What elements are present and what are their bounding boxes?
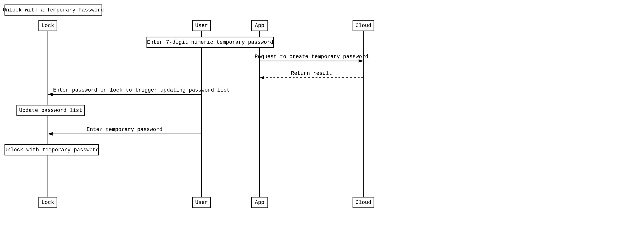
arrowhead-icon bbox=[48, 132, 52, 136]
participant-app-label: App bbox=[255, 23, 264, 29]
participant-lock-label: Lock bbox=[42, 23, 54, 29]
participant-cloud-label: Cloud bbox=[356, 23, 371, 29]
diagram-title: Unlock with a Temporary Password bbox=[3, 7, 104, 13]
participant-user-bottom-label: User bbox=[195, 200, 208, 206]
participant-user-label: User bbox=[195, 23, 208, 29]
msg-enter-temp-label: Enter temporary password bbox=[87, 127, 162, 133]
note-enter-7digit-label: Enter 7-digit numeric temporary password bbox=[147, 40, 273, 46]
arrowhead-icon bbox=[260, 76, 264, 79]
sequence-diagram: Unlock with a Temporary Password Lock Us… bbox=[0, 0, 644, 229]
note-update-list-label: Update password list bbox=[19, 108, 82, 114]
note-unlock-temp-label: Unlock with temporary password bbox=[4, 147, 99, 153]
arrowhead-icon bbox=[48, 93, 52, 96]
participant-app-bottom-label: App bbox=[255, 200, 264, 206]
msg-return-result-label: Return result bbox=[291, 70, 332, 76]
msg-trigger-update-label: Enter password on lock to trigger updati… bbox=[53, 87, 230, 93]
participant-lock-bottom-label: Lock bbox=[42, 200, 54, 206]
arrowhead-icon bbox=[358, 59, 363, 63]
participant-cloud-bottom-label: Cloud bbox=[356, 200, 371, 206]
msg-request-create-label: Request to create temporary password bbox=[254, 54, 368, 60]
